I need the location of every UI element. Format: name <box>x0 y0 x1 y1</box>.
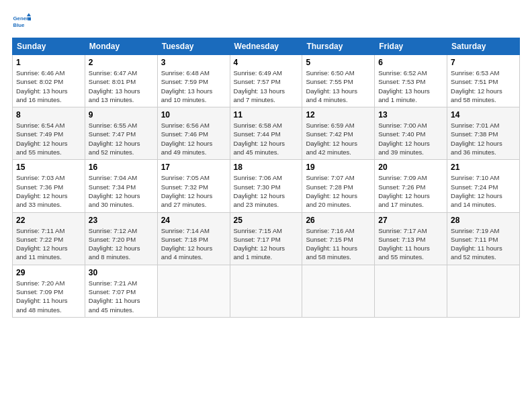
table-row <box>375 265 447 317</box>
table-row: 30Sunrise: 7:21 AMSunset: 7:07 PMDayligh… <box>85 265 157 317</box>
col-thursday: Thursday <box>302 38 375 55</box>
calendar-page: General Blue Sunday Monday Tuesday Wedne… <box>0 0 532 324</box>
table-row: 16Sunrise: 7:04 AMSunset: 7:34 PMDayligh… <box>85 160 157 212</box>
day-number: 23 <box>89 216 154 225</box>
day-info: Sunrise: 6:46 AMSunset: 8:02 PMDaylight:… <box>16 68 81 104</box>
day-number: 4 <box>234 58 299 67</box>
table-row: 22Sunrise: 7:11 AMSunset: 7:22 PMDayligh… <box>13 212 85 265</box>
day-number: 29 <box>16 268 81 277</box>
day-number: 3 <box>161 58 226 67</box>
day-info: Sunrise: 6:59 AMSunset: 7:42 PMDaylight:… <box>306 121 371 156</box>
day-number: 20 <box>378 163 443 172</box>
day-number: 16 <box>89 163 154 172</box>
logo-icon: General Blue <box>12 12 31 31</box>
day-number: 27 <box>378 216 443 225</box>
day-number: 26 <box>306 216 371 225</box>
table-row: 12Sunrise: 6:59 AMSunset: 7:42 PMDayligh… <box>302 107 375 160</box>
col-monday: Monday <box>85 38 157 55</box>
day-info: Sunrise: 7:14 AMSunset: 7:18 PMDaylight:… <box>161 226 226 262</box>
table-row: 4Sunrise: 6:49 AMSunset: 7:57 PMDaylight… <box>230 55 302 107</box>
table-row: 14Sunrise: 7:01 AMSunset: 7:38 PMDayligh… <box>447 107 520 160</box>
col-saturday: Saturday <box>447 38 520 55</box>
day-info: Sunrise: 6:47 AMSunset: 8:01 PMDaylight:… <box>89 68 154 104</box>
day-number: 6 <box>378 58 443 67</box>
table-row: 3Sunrise: 6:48 AMSunset: 7:59 PMDaylight… <box>157 55 230 107</box>
table-row: 18Sunrise: 7:06 AMSunset: 7:30 PMDayligh… <box>230 160 302 212</box>
day-info: Sunrise: 7:15 AMSunset: 7:17 PMDaylight:… <box>234 226 299 262</box>
day-number: 14 <box>451 110 516 120</box>
day-info: Sunrise: 7:04 AMSunset: 7:34 PMDaylight:… <box>89 173 154 209</box>
day-number: 8 <box>16 110 81 120</box>
day-number: 1 <box>16 58 81 67</box>
day-number: 17 <box>161 163 226 172</box>
day-info: Sunrise: 6:48 AMSunset: 7:59 PMDaylight:… <box>161 68 226 104</box>
day-number: 24 <box>161 216 226 225</box>
day-info: Sunrise: 7:01 AMSunset: 7:38 PMDaylight:… <box>451 121 516 156</box>
day-info: Sunrise: 6:49 AMSunset: 7:57 PMDaylight:… <box>234 68 299 104</box>
day-number: 19 <box>306 163 371 172</box>
day-info: Sunrise: 7:10 AMSunset: 7:24 PMDaylight:… <box>451 173 516 209</box>
col-tuesday: Tuesday <box>157 38 230 55</box>
table-row: 17Sunrise: 7:05 AMSunset: 7:32 PMDayligh… <box>157 160 230 212</box>
day-info: Sunrise: 7:16 AMSunset: 7:15 PMDaylight:… <box>306 226 371 262</box>
svg-marker-3 <box>28 17 31 21</box>
day-info: Sunrise: 6:55 AMSunset: 7:47 PMDaylight:… <box>89 121 154 156</box>
table-row: 26Sunrise: 7:16 AMSunset: 7:15 PMDayligh… <box>302 212 375 265</box>
table-row: 15Sunrise: 7:03 AMSunset: 7:36 PMDayligh… <box>13 160 85 212</box>
day-info: Sunrise: 6:56 AMSunset: 7:46 PMDaylight:… <box>161 121 226 156</box>
calendar-week-1: 8Sunrise: 6:54 AMSunset: 7:49 PMDaylight… <box>13 107 520 160</box>
day-number: 10 <box>161 110 226 120</box>
day-number: 21 <box>451 163 516 172</box>
day-number: 7 <box>451 58 516 67</box>
table-row: 9Sunrise: 6:55 AMSunset: 7:47 PMDaylight… <box>85 107 157 160</box>
col-friday: Friday <box>375 38 447 55</box>
table-row: 11Sunrise: 6:58 AMSunset: 7:44 PMDayligh… <box>230 107 302 160</box>
day-info: Sunrise: 6:58 AMSunset: 7:44 PMDaylight:… <box>234 121 299 156</box>
day-info: Sunrise: 7:07 AMSunset: 7:28 PMDaylight:… <box>306 173 371 209</box>
day-info: Sunrise: 6:54 AMSunset: 7:49 PMDaylight:… <box>16 121 81 156</box>
calendar-table: Sunday Monday Tuesday Wednesday Thursday… <box>12 38 520 318</box>
calendar-week-3: 22Sunrise: 7:11 AMSunset: 7:22 PMDayligh… <box>13 212 520 265</box>
header-row: Sunday Monday Tuesday Wednesday Thursday… <box>13 38 520 55</box>
day-info: Sunrise: 6:53 AMSunset: 7:51 PMDaylight:… <box>451 68 516 104</box>
day-number: 11 <box>234 110 299 120</box>
calendar-week-4: 29Sunrise: 7:20 AMSunset: 7:09 PMDayligh… <box>13 265 520 317</box>
table-row: 2Sunrise: 6:47 AMSunset: 8:01 PMDaylight… <box>85 55 157 107</box>
day-number: 12 <box>306 110 371 120</box>
day-number: 25 <box>234 216 299 225</box>
table-row: 25Sunrise: 7:15 AMSunset: 7:17 PMDayligh… <box>230 212 302 265</box>
svg-text:Blue: Blue <box>13 22 26 28</box>
table-row <box>157 265 230 317</box>
table-row: 6Sunrise: 6:52 AMSunset: 7:53 PMDaylight… <box>375 55 447 107</box>
table-row <box>302 265 375 317</box>
day-info: Sunrise: 6:52 AMSunset: 7:53 PMDaylight:… <box>378 68 443 104</box>
calendar-week-2: 15Sunrise: 7:03 AMSunset: 7:36 PMDayligh… <box>13 160 520 212</box>
table-row <box>230 265 302 317</box>
day-number: 9 <box>89 110 154 120</box>
table-row: 7Sunrise: 6:53 AMSunset: 7:51 PMDaylight… <box>447 55 520 107</box>
table-row: 10Sunrise: 6:56 AMSunset: 7:46 PMDayligh… <box>157 107 230 160</box>
day-info: Sunrise: 7:00 AMSunset: 7:40 PMDaylight:… <box>378 121 443 156</box>
day-number: 2 <box>89 58 154 67</box>
day-number: 30 <box>89 268 154 277</box>
day-info: Sunrise: 7:03 AMSunset: 7:36 PMDaylight:… <box>16 173 81 209</box>
table-row: 5Sunrise: 6:50 AMSunset: 7:55 PMDaylight… <box>302 55 375 107</box>
day-info: Sunrise: 6:50 AMSunset: 7:55 PMDaylight:… <box>306 68 371 104</box>
day-info: Sunrise: 7:12 AMSunset: 7:20 PMDaylight:… <box>89 226 154 262</box>
day-number: 13 <box>378 110 443 120</box>
day-info: Sunrise: 7:19 AMSunset: 7:11 PMDaylight:… <box>451 226 516 262</box>
table-row: 23Sunrise: 7:12 AMSunset: 7:20 PMDayligh… <box>85 212 157 265</box>
table-row: 8Sunrise: 6:54 AMSunset: 7:49 PMDaylight… <box>13 107 85 160</box>
day-info: Sunrise: 7:21 AMSunset: 7:07 PMDaylight:… <box>89 279 154 314</box>
day-number: 22 <box>16 216 81 225</box>
day-number: 18 <box>234 163 299 172</box>
table-row: 28Sunrise: 7:19 AMSunset: 7:11 PMDayligh… <box>447 212 520 265</box>
day-info: Sunrise: 7:06 AMSunset: 7:30 PMDaylight:… <box>234 173 299 209</box>
calendar-week-0: 1Sunrise: 6:46 AMSunset: 8:02 PMDaylight… <box>13 55 520 107</box>
col-sunday: Sunday <box>13 38 85 55</box>
day-number: 15 <box>16 163 81 172</box>
day-info: Sunrise: 7:17 AMSunset: 7:13 PMDaylight:… <box>378 226 443 262</box>
table-row: 1Sunrise: 6:46 AMSunset: 8:02 PMDaylight… <box>13 55 85 107</box>
table-row: 24Sunrise: 7:14 AMSunset: 7:18 PMDayligh… <box>157 212 230 265</box>
day-info: Sunrise: 7:11 AMSunset: 7:22 PMDaylight:… <box>16 226 81 262</box>
